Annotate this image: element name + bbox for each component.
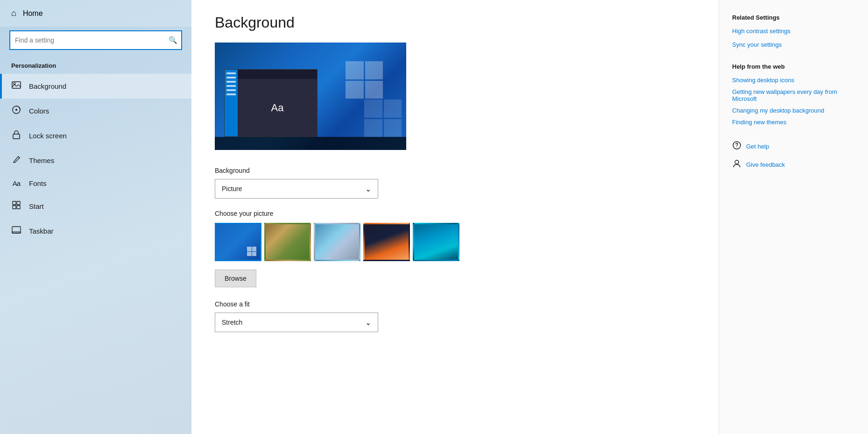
sidebar-item-start[interactable]: Start xyxy=(0,194,191,219)
help-section: Help from the web Showing desktop icons … xyxy=(732,63,855,126)
getting-wallpapers-link[interactable]: Getting new wallpapers every day from Mi… xyxy=(732,88,855,102)
svg-point-13 xyxy=(735,160,739,164)
sidebar-item-lockscreen[interactable]: Lock screen xyxy=(0,123,191,148)
fonts-nav-label: Fonts xyxy=(29,179,47,187)
fit-dropdown[interactable]: Stretch ⌄ xyxy=(215,313,378,332)
search-input[interactable] xyxy=(9,30,182,50)
sync-settings-link[interactable]: Sync your settings xyxy=(732,41,855,48)
windows-logo-preview xyxy=(346,61,383,99)
high-contrast-link[interactable]: High contrast settings xyxy=(732,28,855,35)
background-dropdown-value: Picture xyxy=(222,185,242,192)
preview-aa-text: Aa xyxy=(271,102,284,114)
start-nav-icon xyxy=(11,200,21,212)
main-content: Background Aa xyxy=(191,0,719,434)
personalization-label: Personalization xyxy=(0,57,191,74)
sidebar-item-background[interactable]: Background xyxy=(0,74,191,99)
picture-grid xyxy=(215,223,695,261)
themes-nav-label: Themes xyxy=(29,157,54,164)
search-container: 🔍 xyxy=(0,27,191,57)
background-dropdown-chevron: ⌄ xyxy=(365,185,371,193)
svg-rect-8 xyxy=(17,206,20,209)
fonts-nav-icon: Aa xyxy=(11,179,21,187)
sidebar-item-fonts[interactable]: Aa Fonts xyxy=(0,173,191,194)
fit-dropdown-chevron: ⌄ xyxy=(365,318,371,327)
picture-thumb-3[interactable] xyxy=(314,223,360,261)
background-section-label: Background xyxy=(215,167,695,174)
svg-rect-0 xyxy=(12,82,21,88)
start-nav-label: Start xyxy=(29,202,44,210)
get-help-label: Get help xyxy=(746,143,769,150)
sidebar-item-taskbar[interactable]: Taskbar xyxy=(0,219,191,243)
choose-fit-label: Choose a fit xyxy=(215,300,695,308)
svg-point-12 xyxy=(736,147,737,148)
colors-nav-icon xyxy=(11,105,21,117)
taskbar-nav-label: Taskbar xyxy=(29,227,54,235)
fit-dropdown-value: Stretch xyxy=(222,319,242,326)
search-icon: 🔍 xyxy=(169,36,177,44)
help-title: Help from the web xyxy=(732,63,855,70)
svg-rect-7 xyxy=(13,206,16,209)
browse-button[interactable]: Browse xyxy=(215,270,256,287)
home-icon: ⌂ xyxy=(11,8,16,18)
action-section: Get help Give feedback xyxy=(732,141,855,171)
home-nav-item[interactable]: ⌂ Home xyxy=(0,0,191,27)
get-help-item[interactable]: Get help xyxy=(732,141,855,152)
preview-main-window: Aa xyxy=(238,79,317,136)
choose-fit-section: Choose a fit Stretch ⌄ xyxy=(215,300,695,332)
themes-nav-icon xyxy=(11,155,21,166)
get-help-icon xyxy=(732,141,741,152)
showing-desktop-icons-link[interactable]: Showing desktop icons xyxy=(732,77,855,84)
picture-thumb-1[interactable] xyxy=(215,223,261,261)
search-wrapper: 🔍 xyxy=(9,30,182,50)
sidebar-item-colors[interactable]: Colors xyxy=(0,99,191,123)
picture-thumb-2[interactable] xyxy=(264,223,311,261)
svg-rect-5 xyxy=(13,201,16,205)
home-label: Home xyxy=(23,9,43,18)
picture-thumb-4[interactable] xyxy=(363,223,410,261)
finding-themes-link[interactable]: Finding new themes xyxy=(732,119,855,126)
svg-rect-10 xyxy=(12,232,21,233)
svg-rect-4 xyxy=(13,134,20,139)
choose-picture-label: Choose your picture xyxy=(215,210,695,217)
preview-window: Aa xyxy=(224,69,318,137)
background-section: Background Picture ⌄ xyxy=(215,167,695,199)
svg-rect-6 xyxy=(17,201,20,205)
svg-point-3 xyxy=(15,109,17,111)
related-settings-title: Related Settings xyxy=(732,14,855,21)
lockscreen-nav-icon xyxy=(11,130,21,142)
background-nav-label: Background xyxy=(29,82,66,90)
give-feedback-icon xyxy=(732,159,741,171)
preview-taskbar xyxy=(215,137,406,150)
background-preview: Aa xyxy=(215,43,406,150)
choose-picture-section: Choose your picture Browse xyxy=(215,210,695,287)
preview-sidebar-mini xyxy=(225,70,238,136)
give-feedback-item[interactable]: Give feedback xyxy=(732,159,855,171)
preview-tiles xyxy=(364,100,402,137)
colors-nav-label: Colors xyxy=(29,107,49,115)
page-title: Background xyxy=(215,14,695,31)
right-panel: Related Settings High contrast settings … xyxy=(719,0,868,434)
sidebar: ⌂ Home 🔍 Personalization Background xyxy=(0,0,191,434)
taskbar-nav-icon xyxy=(11,225,21,237)
lockscreen-nav-label: Lock screen xyxy=(29,132,67,140)
changing-background-link[interactable]: Changing my desktop background xyxy=(732,107,855,114)
give-feedback-label: Give feedback xyxy=(746,161,785,168)
background-dropdown[interactable]: Picture ⌄ xyxy=(215,179,378,199)
sidebar-item-themes[interactable]: Themes xyxy=(0,148,191,173)
background-nav-icon xyxy=(11,80,21,92)
picture-thumb-5[interactable] xyxy=(413,223,459,261)
